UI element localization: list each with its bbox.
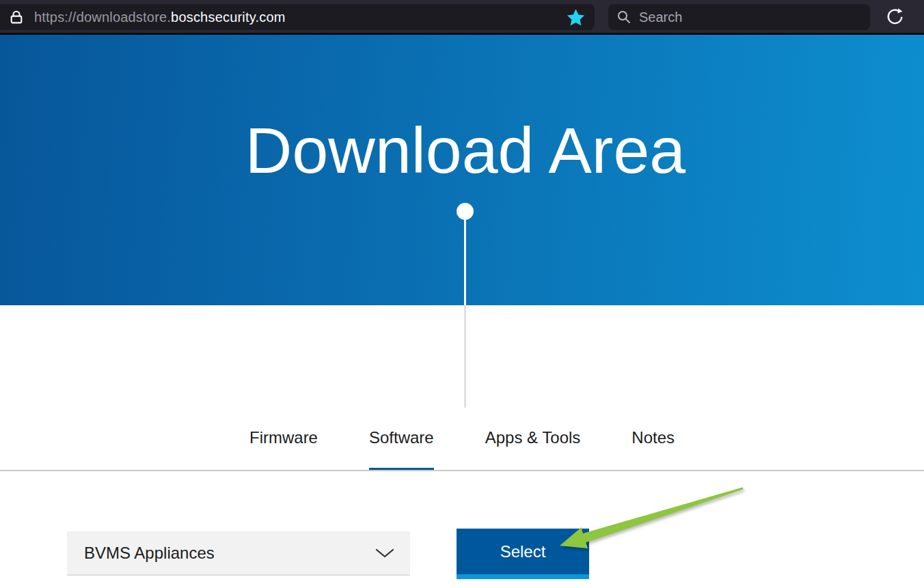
search-bar[interactable] — [608, 4, 870, 30]
tab-apps-tools[interactable]: Apps & Tools — [485, 428, 581, 471]
timeline-line — [464, 219, 466, 305]
url-prefix: https://downloadstore. — [34, 10, 171, 25]
search-input[interactable] — [638, 9, 845, 26]
bookmark-star-icon[interactable] — [567, 8, 585, 27]
page: https://downloadstore.boschsecurity.com … — [0, 0, 924, 588]
page-title: Download Area — [0, 118, 924, 183]
select-button[interactable]: Select — [457, 529, 589, 574]
address-bar[interactable]: https://downloadstore.boschsecurity.com — [0, 4, 595, 30]
tab-notes[interactable]: Notes — [631, 428, 675, 471]
hero-banner: Download Area — [0, 35, 924, 305]
search-icon — [616, 10, 631, 25]
select-button-accent-bar — [457, 574, 589, 579]
tabs-divider — [0, 470, 924, 471]
category-tabs: Firmware Software Apps & Tools Notes — [0, 428, 924, 471]
browser-toolbar: https://downloadstore.boschsecurity.com — [0, 0, 924, 35]
lock-icon — [8, 9, 25, 25]
url-domain: boschsecurity.com — [171, 10, 286, 25]
reload-icon[interactable] — [886, 8, 904, 29]
timeline-dot — [457, 203, 474, 220]
tab-software[interactable]: Software — [369, 428, 434, 471]
url-text: https://downloadstore.boschsecurity.com — [34, 10, 286, 25]
timeline-line-lower — [464, 305, 466, 408]
chevron-down-icon — [375, 548, 394, 558]
dropdown-selected-value: BVMS Appliances — [84, 544, 215, 563]
tab-firmware[interactable]: Firmware — [249, 428, 318, 471]
product-family-dropdown[interactable]: BVMS Appliances — [67, 531, 410, 576]
